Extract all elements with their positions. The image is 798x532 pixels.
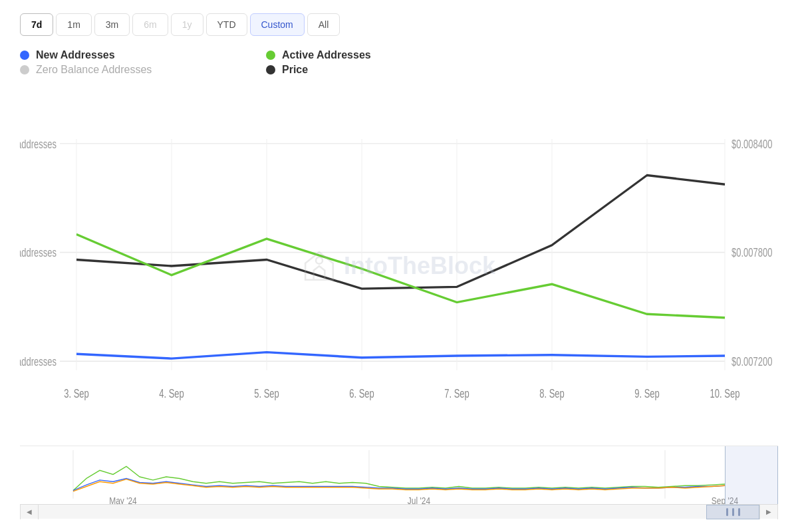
legend-label-active-addresses: Active Addresses — [282, 49, 371, 61]
svg-text:$0.008400: $0.008400 — [732, 138, 773, 150]
svg-text:9. Sep: 9. Sep — [634, 387, 660, 400]
legend-label-price: Price — [282, 64, 308, 76]
time-btn-1m[interactable]: 1m — [56, 13, 91, 36]
svg-text:200k addresses: 200k addresses — [20, 138, 57, 150]
navigator: May '24 Jul '24 Sep '24 ◀ — [20, 446, 778, 519]
main-container: 7d1m3m6m1yYTDCustomAll New AddressesActi… — [0, 0, 798, 532]
svg-text:addresses: addresses — [20, 355, 57, 368]
nav-scrollbar: ◀ ▶ — [20, 504, 778, 519]
thumb-handle-right — [738, 508, 740, 516]
nav-scroll-thumb[interactable] — [706, 505, 759, 519]
legend-label-new-addresses: New Addresses — [36, 49, 115, 61]
thumb-handle-center — [732, 508, 734, 516]
svg-text:6. Sep: 6. Sep — [349, 387, 374, 400]
time-range-selector: 7d1m3m6m1yYTDCustomAll — [20, 13, 778, 36]
legend-item-price[interactable]: Price — [266, 64, 485, 76]
chart-svg: 200k addresses 100k addresses addresses … — [20, 89, 778, 443]
time-btn-ytd[interactable]: YTD — [206, 13, 247, 36]
legend-dot-zero-balance — [20, 65, 29, 74]
svg-text:$0.007200: $0.007200 — [732, 355, 773, 368]
legend-label-zero-balance: Zero Balance Addresses — [36, 64, 152, 76]
nav-scroll-left-btn[interactable]: ◀ — [20, 505, 39, 519]
time-btn-1y[interactable]: 1y — [171, 13, 203, 36]
time-btn-3m[interactable]: 3m — [94, 13, 130, 36]
legend-item-zero-balance[interactable]: Zero Balance Addresses — [20, 64, 239, 76]
legend-item-active-addresses[interactable]: Active Addresses — [266, 49, 485, 61]
time-btn-custom[interactable]: Custom — [250, 13, 305, 36]
legend-dot-active-addresses — [266, 51, 275, 60]
legend-item-new-addresses[interactable]: New Addresses — [20, 49, 239, 61]
svg-text:$0.007800: $0.007800 — [732, 246, 773, 259]
nav-scroll-right-btn[interactable]: ▶ — [759, 505, 778, 519]
svg-text:8. Sep: 8. Sep — [539, 387, 565, 400]
chart-wrapper: IntoTheBlock 200k addresses 100k address… — [20, 89, 778, 519]
svg-text:7. Sep: 7. Sep — [444, 387, 469, 400]
chart-legend: New AddressesActive AddressesZero Balanc… — [20, 49, 485, 76]
svg-text:4. Sep: 4. Sep — [159, 387, 184, 400]
nav-scroll-track — [39, 505, 759, 519]
time-btn-all[interactable]: All — [307, 13, 340, 36]
svg-text:3. Sep: 3. Sep — [64, 387, 89, 400]
legend-dot-new-addresses — [20, 51, 29, 60]
svg-text:5. Sep: 5. Sep — [254, 387, 279, 400]
time-btn-6m[interactable]: 6m — [132, 13, 168, 36]
main-chart: IntoTheBlock 200k addresses 100k address… — [20, 89, 778, 443]
time-btn-7d[interactable]: 7d — [20, 13, 53, 36]
legend-dot-price — [266, 65, 275, 74]
svg-text:100k addresses: 100k addresses — [20, 246, 57, 259]
thumb-handle-left — [726, 508, 728, 516]
svg-text:10. Sep: 10. Sep — [710, 387, 740, 400]
